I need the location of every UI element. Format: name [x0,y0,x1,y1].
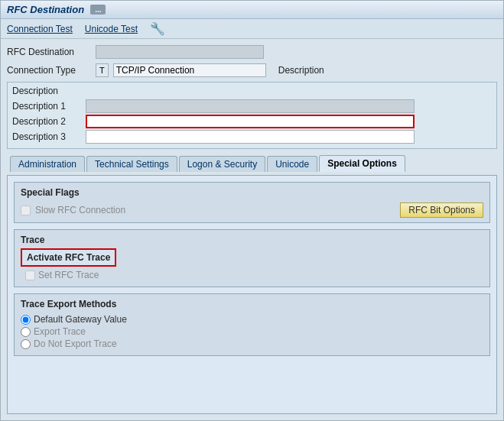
desc3-input[interactable] [86,130,415,144]
set-rfc-label: Set RFC Trace [38,270,99,280]
set-rfc-trace-checkbox[interactable] [25,270,35,280]
tabs-bar: Administration Technical Settings Logon … [7,155,497,172]
connection-test-menu[interactable]: Connection Test [7,24,73,34]
tab-administration[interactable]: Administration [10,156,85,172]
desc2-row: Description 2 [12,115,492,128]
desc1-row: Description 1 [12,99,492,113]
slow-rfc-row: Slow RFC Connection [21,205,125,215]
export-option2-radio[interactable] [21,327,31,337]
desc1-label: Description 1 [12,101,81,112]
main-window: RFC Destination ... Connection Test Unic… [0,0,504,421]
title-badge: ... [90,5,106,15]
export-option2-row: Export Trace [21,326,483,337]
export-option1-label: Default Gateway Value [34,314,127,325]
desc2-label: Description 2 [12,116,81,127]
slow-rfc-label: Slow RFC Connection [35,205,125,215]
connection-type-row: Connection Type T TCP/IP Connection Desc… [7,63,497,77]
unicode-test-menu[interactable]: Unicode Test [85,24,138,34]
tab-special-options[interactable]: Special Options [319,155,405,172]
desc3-row: Description 3 [12,130,492,144]
description-section: Description Description 1 Description 2 … [7,82,497,149]
special-flags-row: Slow RFC Connection RFC Bit Options [21,202,483,218]
export-option3-radio[interactable] [21,339,31,349]
special-flags-section: Special Flags Slow RFC Connection RFC Bi… [14,182,490,223]
description-inline-label: Description [278,65,324,76]
slow-rfc-checkbox[interactable] [21,206,31,215]
trace-export-section: Trace Export Methods Default Gateway Val… [14,293,490,356]
rfc-destination-input[interactable] [96,45,264,59]
desc3-label: Description 3 [12,131,81,142]
connection-type-value: TCP/IP Connection [113,63,266,77]
content-area: RFC Destination Connection Type T TCP/IP… [1,39,503,420]
description-section-title: Description [12,86,492,96]
rfc-destination-label: RFC Destination [7,47,91,57]
export-option3-row: Do Not Export Trace [21,338,483,349]
export-option1-radio[interactable] [21,315,31,325]
desc2-input[interactable] [86,115,415,128]
rfc-bit-options-button[interactable]: RFC Bit Options [400,202,483,218]
connection-type-label: Connection Type [7,65,91,76]
activate-rfc-label: Activate RFC Trace [27,252,110,263]
export-option2-label: Export Trace [34,326,86,337]
desc1-input[interactable] [86,99,415,113]
menu-bar: Connection Test Unicode Test 🔧 [1,19,503,39]
tab-logon-security[interactable]: Logon & Security [179,156,265,172]
title-bar: RFC Destination ... [1,1,503,19]
settings-icon[interactable]: 🔧 [150,21,165,36]
connection-type-badge: T [96,63,109,77]
special-flags-title: Special Flags [21,187,483,198]
trace-title: Trace [21,235,483,245]
tab-content-special-options: Special Flags Slow RFC Connection RFC Bi… [7,175,497,414]
activate-rfc-box: Activate RFC Trace [21,248,116,267]
tab-technical-settings[interactable]: Technical Settings [86,156,177,172]
window-title: RFC Destination [7,4,84,15]
tab-unicode[interactable]: Unicode [267,156,317,172]
set-rfc-row: Set RFC Trace [21,268,483,282]
rfc-destination-row: RFC Destination [7,45,497,59]
trace-section: Trace Activate RFC Trace Set RFC Trace [14,229,490,287]
export-option3-label: Do Not Export Trace [34,338,117,349]
export-option1-row: Default Gateway Value [21,314,483,325]
trace-export-title: Trace Export Methods [21,299,483,309]
